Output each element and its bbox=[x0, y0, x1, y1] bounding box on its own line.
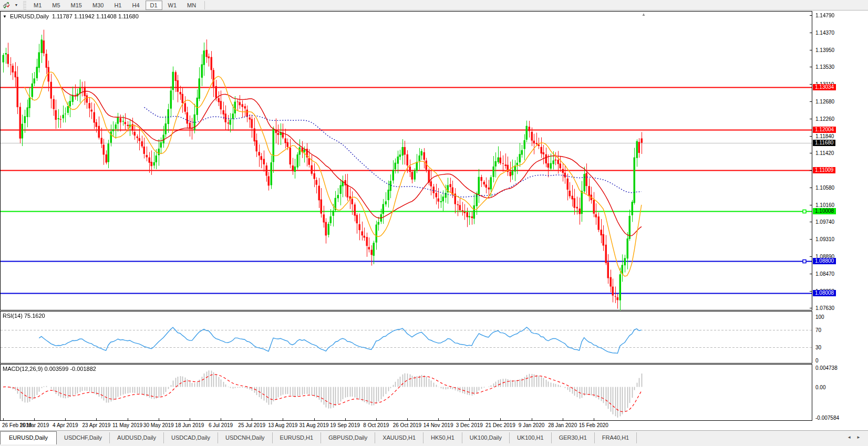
chart-shift-marker[interactable]: ▲ bbox=[642, 12, 646, 17]
timeframe-button-w1[interactable]: W1 bbox=[163, 1, 182, 10]
rsi-tick-label: 30 bbox=[815, 345, 821, 350]
price-tick-label: 1.09740 bbox=[815, 219, 834, 225]
rsi-tick-label: 70 bbox=[815, 327, 821, 333]
level-price-chip: 1.08800 bbox=[813, 258, 836, 264]
timeframe-button-m30[interactable]: M30 bbox=[88, 1, 108, 10]
price-tick-label: 1.07630 bbox=[815, 305, 834, 311]
price-axis: 1.147901.143701.139501.135301.131101.126… bbox=[812, 11, 868, 310]
price-tick-label: 1.14790 bbox=[815, 13, 834, 18]
chart-title: ▼ EURUSD,Daily 1.11787 1.11942 1.11408 1… bbox=[3, 13, 139, 19]
rsi-tick-label: 0 bbox=[815, 358, 819, 364]
symbol-tab-uk100-h1[interactable]: UK100,H1 bbox=[510, 432, 552, 443]
price-tick-label: 1.13530 bbox=[815, 64, 834, 70]
symbol-tab-usdchf-daily[interactable]: USDCHF,Daily bbox=[57, 432, 110, 443]
date-tick-label: 16 Mar 2019 bbox=[19, 422, 49, 428]
rsi-panel: RSI(14) 75.1620 10070300 bbox=[0, 311, 868, 364]
price-chart-panel: ▼ EURUSD,Daily 1.11787 1.11942 1.11408 1… bbox=[0, 11, 868, 310]
macd-axis: 0.0047380.00-0.007584 bbox=[812, 364, 868, 421]
price-tick-label: 1.11420 bbox=[815, 150, 834, 156]
date-tick-label: 18 Jun 2019 bbox=[175, 422, 204, 428]
symbol-tab-eurusd-h1[interactable]: EURUSD,H1 bbox=[273, 432, 322, 443]
symbol-tab-usdcnh-daily[interactable]: USDCNH,Daily bbox=[218, 432, 273, 443]
time-axis: 26 Feb 201916 Mar 20194 Apr 201923 Apr 2… bbox=[0, 421, 868, 430]
rsi-canvas[interactable] bbox=[0, 311, 812, 364]
price-chart-canvas[interactable] bbox=[0, 11, 812, 310]
tab-scroll-left-icon[interactable]: ◄ bbox=[847, 435, 851, 440]
date-tick-label: 14 Nov 2019 bbox=[423, 422, 453, 428]
timeframe-button-m1[interactable]: M1 bbox=[29, 1, 46, 10]
date-tick-label: 26 Oct 2019 bbox=[393, 422, 421, 428]
symbol-tab-fra40-h1[interactable]: FRA40,H1 bbox=[595, 432, 637, 443]
timeframe-button-m5[interactable]: M5 bbox=[47, 1, 65, 10]
price-tick-label: 1.09310 bbox=[815, 236, 834, 242]
macd-tick-label: 0.00 bbox=[815, 384, 825, 390]
date-tick-label: 9 Jan 2020 bbox=[519, 422, 545, 428]
tab-scroll-right-icon[interactable]: ► bbox=[856, 435, 861, 440]
macd-tick-label: -0.007584 bbox=[815, 415, 839, 421]
date-tick-label: 23 Apr 2019 bbox=[82, 422, 110, 428]
price-tick-label: 1.14370 bbox=[815, 29, 834, 35]
price-tick-label: 1.10580 bbox=[815, 184, 834, 190]
price-tick-label: 1.10160 bbox=[815, 202, 834, 208]
timeframe-toolbar: M1M5M15M30H1H4D1W1MN bbox=[28, 0, 201, 11]
toolbar-separator bbox=[204, 1, 205, 9]
macd-label: MACD(12,26,9) 0.003599 -0.001882 bbox=[3, 366, 96, 372]
rsi-axis: 10070300 bbox=[812, 311, 868, 364]
trading-app-window: ▼ M1M5M15M30H1H4D1W1MN ▼ EURUSD,Daily 1.… bbox=[0, 0, 868, 446]
symbols-icon[interactable] bbox=[0, 1, 13, 10]
price-tick-label: 1.11840 bbox=[815, 133, 834, 139]
date-tick-label: 6 Jul 2019 bbox=[209, 422, 233, 428]
date-tick-label: 30 May 2019 bbox=[143, 422, 174, 428]
date-tick-label: 11 May 2019 bbox=[112, 422, 142, 428]
level-price-chip: 1.11009 bbox=[813, 167, 835, 173]
price-tick-label: 1.12260 bbox=[815, 116, 834, 121]
date-tick-label: 4 Apr 2019 bbox=[53, 422, 78, 428]
chart-ohlc-label: 1.11787 1.11942 1.11408 1.11680 bbox=[52, 13, 139, 19]
date-tick-label: 31 Aug 2019 bbox=[299, 422, 328, 428]
tab-scroll-arrows: ◄► bbox=[847, 431, 868, 440]
level-price-chip: 1.12004 bbox=[813, 127, 836, 133]
symbol-tab-gbpusd-daily[interactable]: GBPUSD,Daily bbox=[321, 432, 375, 443]
rsi-label: RSI(14) 75.1620 bbox=[3, 313, 45, 319]
chart-tabs-bar: EURUSD,DailyUSDCHF,DailyAUDUSD,DailyUSDC… bbox=[0, 430, 868, 446]
current-price-chip: 1.11680 bbox=[813, 140, 835, 146]
timeframe-button-h1[interactable]: H1 bbox=[109, 1, 126, 10]
macd-panel: MACD(12,26,9) 0.003599 -0.001882 0.00473… bbox=[0, 364, 868, 421]
symbol-tab-audusd-daily[interactable]: AUDUSD,Daily bbox=[110, 432, 164, 443]
symbol-tab-usdcad-daily[interactable]: USDCAD,Daily bbox=[164, 432, 218, 443]
price-tick-label: 1.13950 bbox=[815, 47, 834, 53]
level-price-chip: 1.08008 bbox=[813, 290, 836, 296]
macd-tick-label: 0.004738 bbox=[815, 365, 838, 371]
symbol-tab-hk50-h1[interactable]: HK50,H1 bbox=[423, 432, 462, 443]
chart-symbol-label: EURUSD,Daily bbox=[10, 13, 49, 19]
symbol-tab-xauusd-h1[interactable]: XAUUSD,H1 bbox=[375, 432, 423, 443]
date-tick-label: 13 Aug 2019 bbox=[268, 422, 297, 428]
price-tick-label: 1.08470 bbox=[815, 271, 834, 276]
timeframe-button-h4[interactable]: H4 bbox=[127, 1, 144, 10]
symbol-tab-eurusd-daily[interactable]: EURUSD,Daily bbox=[0, 431, 57, 444]
date-tick-label: 28 Jan 2020 bbox=[548, 422, 577, 428]
symbol-tab-uk100-daily[interactable]: UK100,Daily bbox=[462, 432, 510, 443]
collapse-arrow-icon[interactable]: ▼ bbox=[3, 14, 7, 19]
toolbar: ▼ M1M5M15M30H1H4D1W1MN bbox=[0, 0, 868, 11]
macd-canvas[interactable] bbox=[0, 364, 812, 421]
date-tick-label: 8 Oct 2019 bbox=[363, 422, 389, 428]
level-price-chip: 1.10008 bbox=[813, 208, 836, 214]
timeframe-button-d1[interactable]: D1 bbox=[146, 1, 162, 10]
toolbar-drag-handle[interactable] bbox=[23, 1, 26, 9]
date-tick-label: 15 Feb 2020 bbox=[579, 422, 608, 428]
date-tick-label: 3 Dec 2019 bbox=[456, 422, 483, 428]
chart-dropdown-arrow-icon[interactable]: ▼ bbox=[13, 1, 20, 10]
price-tick-label: 1.12680 bbox=[815, 98, 834, 104]
symbol-tab-ger30-h1[interactable]: GER30,H1 bbox=[552, 432, 595, 443]
timeframe-button-m15[interactable]: M15 bbox=[66, 1, 87, 10]
timeframe-button-mn[interactable]: MN bbox=[182, 1, 201, 10]
date-tick-label: 21 Dec 2019 bbox=[485, 422, 515, 428]
date-tick-label: 19 Sep 2019 bbox=[330, 422, 360, 428]
date-tick-label: 25 Jul 2019 bbox=[238, 422, 265, 428]
rsi-tick-label: 100 bbox=[815, 314, 824, 320]
level-price-chip: 1.13034 bbox=[813, 84, 836, 90]
